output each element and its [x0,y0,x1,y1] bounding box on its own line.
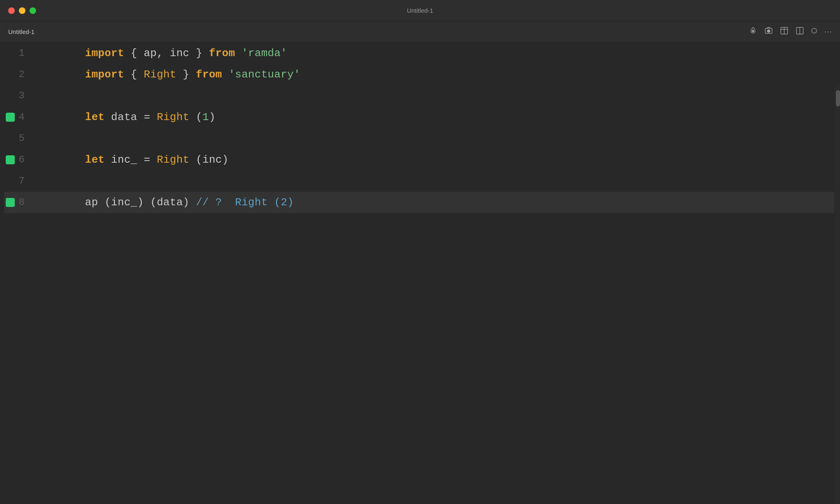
status-circle-icon [811,28,817,36]
code-content-8: ap (inc_) (data) // ? Right (2) [33,170,294,234]
status-indicator [811,28,817,34]
code-editor[interactable]: 1 import { ap, inc } from 'ramda' 2 impo… [0,43,840,504]
scrollbar[interactable] [834,85,840,504]
breakpoint-4 [4,113,16,122]
line-number-4: 4 [16,107,33,128]
maximize-button[interactable] [30,7,36,14]
scrollbar-thumb[interactable] [836,90,840,107]
snapshot-icon[interactable] [765,27,773,37]
line-number-2: 2 [16,64,33,85]
code-line-8: 8 ap (inc_) (data) // ? Right (2) [4,192,840,213]
breakpoint-indicator-6 [6,155,15,164]
line-number-3: 3 [16,85,33,107]
window-title: Untitled-1 [407,7,433,14]
line-number-7: 7 [16,170,33,192]
line-number-1: 1 [16,43,33,64]
svg-point-2 [768,30,769,32]
title-bar: Untitled-1 [0,0,840,21]
close-button[interactable] [8,7,15,14]
toolbar-actions: ··· [749,27,832,37]
minimize-button[interactable] [19,7,25,14]
breakpoint-indicator-8 [6,198,15,207]
breakpoint-indicator-4 [6,113,15,122]
code-line-4: 4 let data = Right (1) [4,107,840,128]
split-view-icon[interactable] [780,27,788,37]
editor-container: 1 import { ap, inc } from 'ramda' 2 impo… [0,43,840,504]
fire-icon[interactable] [749,27,757,37]
line-number-8: 8 [16,192,33,213]
breakpoint-6 [4,155,16,164]
code-line-6: 6 let inc_ = Right (inc) [4,149,840,170]
layout-icon[interactable] [796,27,804,37]
line-number-6: 6 [16,149,33,170]
line-number-5: 5 [16,128,33,149]
breakpoint-8 [4,198,16,207]
file-tab[interactable]: Untitled-1 [8,28,34,35]
traffic-lights [8,7,36,14]
code-line-2: 2 import { Right } from 'sanctuary' [4,64,840,85]
more-options-icon[interactable]: ··· [824,27,832,36]
